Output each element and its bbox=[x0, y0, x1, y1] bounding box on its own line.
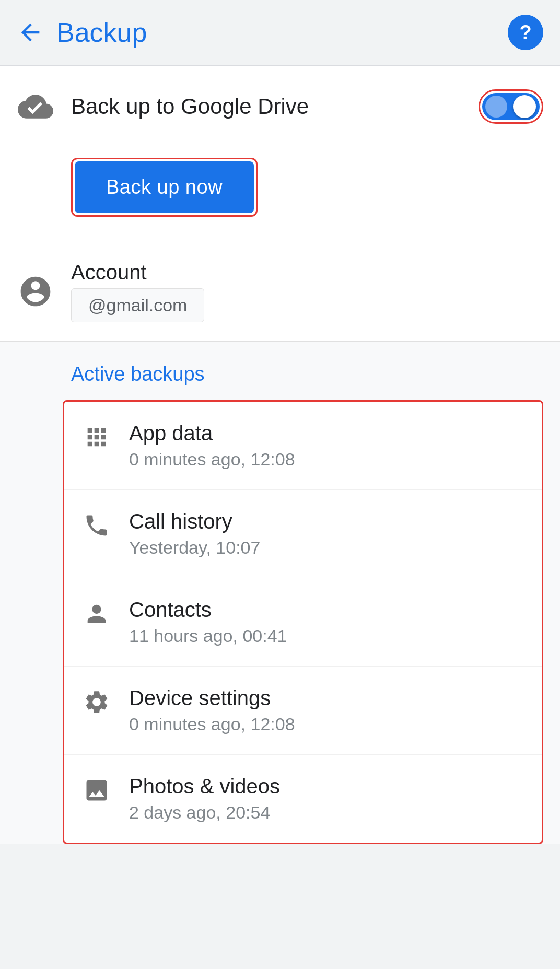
backup-item-time: 11 hours ago, 00:41 bbox=[129, 626, 525, 646]
backup-now-button[interactable]: Back up now bbox=[75, 161, 254, 213]
header: Backup ? bbox=[0, 0, 560, 65]
account-circle-icon bbox=[17, 273, 54, 310]
backup-item-time: 0 minutes ago, 12:08 bbox=[129, 714, 525, 734]
backup-item-info: Contacts 11 hours ago, 00:41 bbox=[129, 598, 525, 646]
backup-item-name: Contacts bbox=[129, 598, 525, 622]
backup-drive-row: Back up to Google Drive bbox=[0, 66, 560, 147]
account-label: Account bbox=[71, 261, 543, 284]
photo-icon bbox=[81, 775, 112, 806]
gear-icon bbox=[81, 686, 112, 718]
backup-drive-label: Back up to Google Drive bbox=[71, 94, 462, 119]
backup-item-time: 0 minutes ago, 12:08 bbox=[129, 449, 525, 470]
backup-now-btn-wrapper: Back up now bbox=[71, 158, 258, 217]
account-info: Account @gmail.com bbox=[71, 261, 543, 322]
cloud-done-icon bbox=[17, 88, 54, 125]
backup-item-info: Call history Yesterday, 10:07 bbox=[129, 510, 525, 558]
back-button[interactable] bbox=[17, 19, 44, 46]
phone-icon bbox=[81, 510, 112, 541]
backup-item-time: 2 days ago, 20:54 bbox=[129, 802, 525, 823]
account-email-box: @gmail.com bbox=[71, 288, 204, 322]
list-item: App data 0 minutes ago, 12:08 bbox=[64, 402, 542, 490]
grid-icon bbox=[81, 422, 112, 453]
backup-item-info: Device settings 0 minutes ago, 12:08 bbox=[129, 686, 525, 734]
backup-item-name: App data bbox=[129, 422, 525, 445]
account-row: Account @gmail.com bbox=[0, 242, 560, 341]
help-button[interactable]: ? bbox=[508, 15, 543, 50]
backup-item-info: Photos & videos 2 days ago, 20:54 bbox=[129, 775, 525, 823]
list-item: Device settings 0 minutes ago, 12:08 bbox=[64, 667, 542, 755]
backup-item-name: Device settings bbox=[129, 686, 525, 710]
account-email: @gmail.com bbox=[88, 295, 187, 315]
active-backups-section: Active backups App data 0 minutes ago, 1… bbox=[0, 342, 560, 844]
backup-item-info: App data 0 minutes ago, 12:08 bbox=[129, 422, 525, 470]
backup-item-time: Yesterday, 10:07 bbox=[129, 538, 525, 558]
backup-toggle[interactable] bbox=[482, 93, 540, 120]
list-item: Photos & videos 2 days ago, 20:54 bbox=[64, 755, 542, 843]
active-backups-title: Active backups bbox=[0, 363, 560, 400]
backup-item-name: Call history bbox=[129, 510, 525, 533]
list-item: Contacts 11 hours ago, 00:41 bbox=[64, 578, 542, 667]
help-icon: ? bbox=[519, 21, 531, 44]
person-icon bbox=[81, 598, 112, 629]
backup-items-list: App data 0 minutes ago, 12:08 Call histo… bbox=[63, 400, 543, 844]
main-content: Back up to Google Drive Back up now Acco… bbox=[0, 66, 560, 341]
toggle-knob bbox=[513, 95, 536, 118]
toggle-wrapper bbox=[479, 89, 543, 124]
list-item: Call history Yesterday, 10:07 bbox=[64, 490, 542, 578]
backup-item-name: Photos & videos bbox=[129, 775, 525, 798]
page-title: Backup bbox=[56, 17, 495, 48]
backup-now-section: Back up now bbox=[0, 147, 560, 242]
